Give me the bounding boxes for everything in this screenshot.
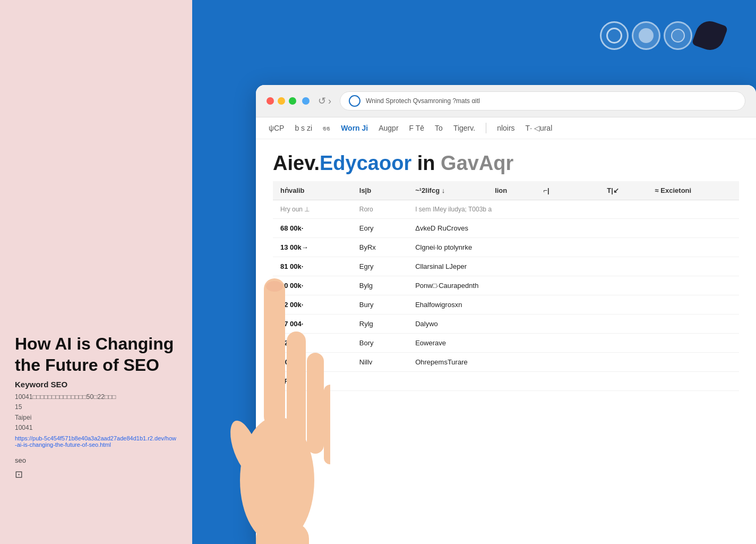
meta-code: 10041 [15,423,177,433]
nav-item-3[interactable]: ঙঙ [323,124,330,133]
tag-label: seo [15,456,177,464]
cell-vol-7: 32 00k· [273,334,352,353]
keyword-label: Keyword SEO [15,380,177,389]
browser-window: ↺ › Wnind Sprotech Qvsamroning ?mats αit… [256,85,756,544]
traffic-lights [267,97,310,105]
address-bar[interactable]: Wnind Sprotech Qvsamroning ?mats αitl [340,91,745,110]
nav-item-worm[interactable]: Worn Ji [341,124,368,132]
table-row: 68 00k· Eory ΔvkeD RuCroves [273,219,739,238]
title-part4: GavAqr [441,152,513,174]
table-row: 81 00k· Egry Cllarsinal LJeper [273,257,739,276]
nav-item-te[interactable]: F Tē [409,124,425,132]
table-row: 32 00k· Bory Eowerave [273,334,739,353]
cell-col2-8: Nillv [352,353,408,372]
cell-vol-9: 8F 00k· [273,372,352,391]
deco-area [600,21,724,50]
cell-col2-7: Bory [352,334,408,353]
cell-vol-8: S0 00k· [273,353,352,372]
subh-2: Roro [352,200,408,219]
cell-col3-6: Dalywo [408,314,739,334]
cell-col2-6: Rylg [352,314,408,334]
cell-vol-6: 17 004· [273,314,352,334]
nav-item-aural[interactable]: T· ◁ural [526,124,553,132]
cell-vol-1: 68 00k· [273,219,352,238]
subh-5 [599,200,647,219]
th-lifcg: ~¹2lifcg ↓ [408,181,487,200]
address-text: Wnind Sprotech Qvsamroning ?mats αitl [366,97,736,105]
cell-vol-2: 13 00k→ [273,238,352,257]
nav-divider [486,123,486,133]
left-panel: How AI is Changing the Future of SEO Key… [0,0,192,544]
deco-circle-2 [632,21,660,50]
cell-vol-4: 80 00k· [273,276,352,295]
address-circle-icon [349,95,360,107]
browser-navbar: ψCP b s zi ঙঙ Worn Ji Augpr F Tē To Tige… [256,117,756,139]
cell-col3-7: Eowerave [408,334,739,353]
cell-col3-1: ΔvkeD RuCroves [408,219,739,238]
traffic-light-yellow[interactable] [278,97,285,105]
cell-col3-4: Ponw□·Caurapednth [408,276,739,295]
th-hivalib: hṅvalib [273,181,352,200]
nav-item-to[interactable]: To [435,124,443,132]
table-row: 80 00k· Bylg Ponw□·Caurapednth [273,276,739,295]
table-row: 17 004· Rylg Dalywo [273,314,739,334]
cell-col2-9 [352,372,408,391]
nav-item-2[interactable]: b s zi [295,124,312,132]
subh-6 [648,200,739,219]
traffic-light-red[interactable] [267,97,274,105]
table-row: 82 00k· Bury Ehalfowigrosxn [273,295,739,314]
nav-item-augpr[interactable]: Augpr [379,124,398,132]
table-header-row: hṅvalib ls|b ~¹2lifcg ↓ lion ⌐| T|↙ ≈ Ex… [273,181,739,200]
table-row: 8F 00k· [273,372,739,391]
nav-item-1[interactable]: ψCP [269,124,284,132]
meta-id: 10041□□□□□□□□□□□□□□50□22□□□ [15,392,177,402]
back-arrow-icon[interactable]: ↺ [318,95,326,107]
data-table: hṅvalib ls|b ~¹2lifcg ↓ lion ⌐| T|↙ ≈ Ex… [273,181,739,391]
cell-col3-3: Cllarsinal LJeper [408,257,739,276]
nav-item-nloirs[interactable]: nloirs [497,124,514,132]
cell-vol-3: 81 00k· [273,257,352,276]
traffic-light-green[interactable] [289,97,296,105]
subh-1: Hry oun ⊥ [273,200,352,219]
th-lion: lion [487,181,536,200]
cell-col2-1: Eory [352,219,408,238]
subh-4 [573,200,599,219]
deco-circle-3 [664,21,692,50]
cell-col3-9 [408,372,739,391]
table-row: S0 00k· Nillv OhrepemsTurare [273,353,739,372]
right-panel: ↺ › Wnind Sprotech Qvsamroning ?mats αit… [192,0,756,544]
browser-chrome: ↺ › Wnind Sprotech Qvsamroning ?mats αit… [256,85,756,117]
table-subheader-row: Hry oun ⊥ Roro I sem IMey iludya; T003b … [273,200,739,219]
cell-col3-2: Clgnei·lo ptolynrke [408,238,739,257]
cell-col2-5: Bury [352,295,408,314]
forward-arrow-icon[interactable]: › [328,96,331,107]
title-part2: Edycaoor [320,152,411,174]
meta-city: Taipei [15,413,177,423]
th-tl: T|↙ [599,181,647,200]
th-lstb: ls|b [352,181,408,200]
copy-icon[interactable]: ⊡ [15,469,177,480]
article-title: How AI is Changing the Future of SEO [15,333,177,376]
th-excietoni: ≈ Excietoni [648,181,739,200]
title-part1: Aiev. [273,152,320,174]
nav-item-tigerv[interactable]: Tigerv. [453,124,475,132]
cell-col3-8: OhrepemsTurare [408,353,739,372]
cell-col3-5: Ehalfowigrosxn [408,295,739,314]
title-part3: in [417,152,435,174]
cell-col2-4: Bylg [352,276,408,295]
deco-leaf [691,17,728,54]
cell-col2-3: Egry [352,257,408,276]
content-title: Aiev.Edycaoor in GavAqr [273,152,739,175]
nav-arrows[interactable]: ↺ › [318,95,331,107]
table-row: 13 00k→ ByRx Clgnei·lo ptolynrke [273,238,739,257]
meta-num: 15 [15,402,177,412]
th-icon1: ⌐| [536,181,573,200]
cell-col2-2: ByRx [352,238,408,257]
th-blank [573,181,599,200]
browser-content: Aiev.Edycaoor in GavAqr hṅvalib ls|b ~¹2… [256,139,756,404]
subh-3: I sem IMey iludya; T003b a [408,200,573,219]
table-body: 68 00k· Eory ΔvkeD RuCroves 13 00k→ ByRx… [273,219,739,391]
article-url[interactable]: https://pub-5c454f571b8e40a3a2aad27ade84… [15,435,177,448]
cell-vol-5: 82 00k· [273,295,352,314]
traffic-light-blue[interactable] [302,97,310,105]
